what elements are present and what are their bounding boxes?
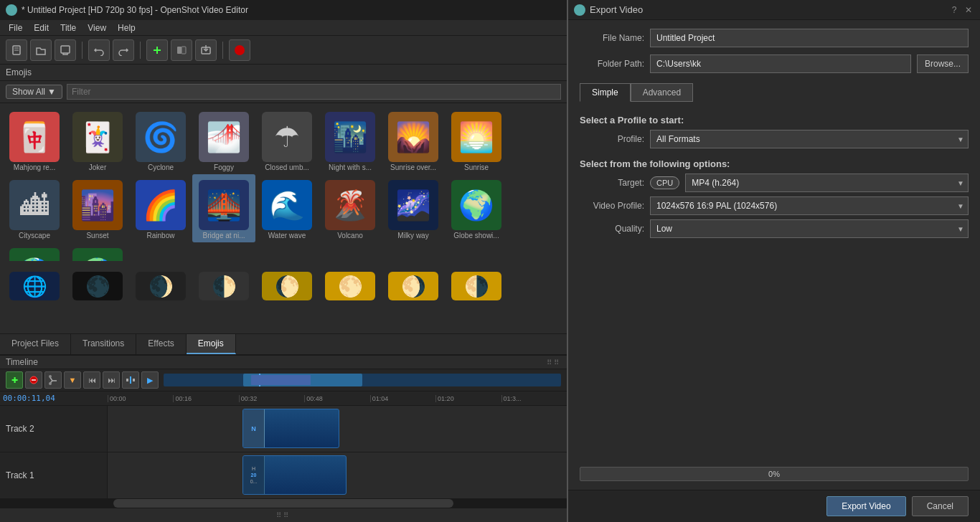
- partial-emoji-3[interactable]: 🌓: [192, 264, 255, 303]
- track-1-clip-0[interactable]: H 20 0...: [242, 455, 347, 495]
- menu-view[interactable]: View: [82, 22, 112, 34]
- bottom-resize-handle[interactable]: ⠿⠿: [0, 508, 567, 522]
- track-area: Track 2 N 🌉: [0, 406, 567, 499]
- cancel-button[interactable]: Cancel: [912, 496, 969, 516]
- ruler-mark-0: 00:00: [108, 395, 173, 402]
- emoji-sunrise[interactable]: 🌅 Sunrise: [445, 106, 508, 174]
- progress-area: 0%: [580, 452, 969, 481]
- folder-path-label: Folder Path:: [580, 59, 644, 69]
- new-button[interactable]: [6, 39, 27, 61]
- track-1-content[interactable]: H 20 0...: [108, 452, 567, 498]
- emoji-globe3[interactable]: 🌏 Globe sho...: [66, 242, 129, 261]
- file-name-input[interactable]: [650, 29, 969, 47]
- tab-transitions[interactable]: Transitions: [71, 334, 136, 354]
- import-button[interactable]: [195, 39, 217, 61]
- timeline-header: Timeline ⠿⠿: [0, 356, 567, 369]
- emoji-globe1[interactable]: 🌍 Globe showi...: [445, 174, 508, 242]
- tl-right-button[interactable]: ▶: [141, 371, 159, 389]
- timeline-nav-bar[interactable]: [164, 374, 561, 386]
- resize-handle[interactable]: ⠿⠿: [547, 359, 561, 366]
- filter-input[interactable]: [67, 84, 561, 100]
- dialog-title: Export Video: [574, 4, 643, 16]
- dialog-close-button[interactable]: ✕: [963, 4, 974, 16]
- emoji-bridge[interactable]: 🌉 Bridge at ni...: [192, 174, 255, 242]
- track-1-header: Track 1: [0, 452, 108, 498]
- tl-center-button[interactable]: [122, 371, 139, 389]
- emoji-milky-way[interactable]: 🌌 Milky way: [382, 174, 445, 242]
- dialog-help-button[interactable]: ?: [948, 4, 960, 16]
- quality-select[interactable]: Low Medium High: [650, 219, 969, 238]
- profile-select[interactable]: All Formats: [650, 130, 969, 148]
- undo-button[interactable]: [88, 39, 110, 61]
- tl-arrow-down-button[interactable]: ▼: [64, 371, 81, 389]
- emoji-mahjong[interactable]: 🀄 Mahjong re...: [3, 106, 66, 174]
- partial-emoji-0[interactable]: 🌐: [3, 264, 66, 303]
- redo-button[interactable]: [113, 39, 134, 61]
- transitions-button[interactable]: [171, 39, 192, 61]
- menu-edit[interactable]: Edit: [28, 22, 55, 34]
- tl-prev-button[interactable]: ⏮: [83, 371, 100, 389]
- browse-button[interactable]: Browse...: [917, 54, 969, 73]
- menu-help[interactable]: Help: [112, 22, 141, 34]
- tab-emojis[interactable]: Emojis: [187, 334, 236, 354]
- window-title: * Untitled Project [HD 720p 30 fps] - Op…: [22, 5, 248, 15]
- quality-row: Quality: Low Medium High ▼: [580, 219, 969, 238]
- folder-path-input[interactable]: [650, 54, 911, 73]
- partial-emoji-2[interactable]: 🌒: [129, 264, 192, 303]
- quality-label: Quality:: [580, 224, 644, 234]
- tab-project-files[interactable]: Project Files: [0, 334, 71, 354]
- export-video-button[interactable]: Export Video: [826, 496, 906, 516]
- tl-next-button[interactable]: ⏭: [103, 371, 120, 389]
- tl-remove-button[interactable]: [25, 371, 42, 389]
- emoji-umbrella[interactable]: ☂ Closed umb...: [255, 106, 319, 174]
- partial-emoji-5[interactable]: 🌕: [319, 264, 382, 303]
- emoji-label: Mahjong re...: [6, 163, 63, 171]
- menu-file[interactable]: File: [3, 22, 28, 34]
- partial-emoji-1[interactable]: 🌑: [66, 264, 129, 303]
- profile-row: Profile: All Formats ▼: [580, 130, 969, 148]
- ruler-times: 00:00 00:16 00:32 00:48 01:04 01:20 01:3…: [108, 395, 567, 402]
- open-button[interactable]: [30, 39, 52, 61]
- partial-emoji-4[interactable]: 🌔: [255, 264, 319, 303]
- tl-add-button[interactable]: ✚: [6, 371, 23, 389]
- tl-cut-button[interactable]: [44, 371, 62, 389]
- emoji-label: Cityscape: [6, 232, 63, 239]
- video-profile-row: Video Profile: 1024x576 16:9 PAL (1024x5…: [580, 196, 969, 215]
- dialog-footer: Export Video Cancel: [568, 490, 980, 522]
- video-profile-select[interactable]: 1024x576 16:9 PAL (1024x576): [650, 196, 969, 215]
- video-profile-label: Video Profile:: [580, 201, 644, 211]
- folder-path-row: Folder Path: Browse...: [580, 54, 969, 73]
- emoji-cyclone[interactable]: 🌀 Cyclone: [129, 106, 192, 174]
- emoji-joker[interactable]: 🃏 Joker: [66, 106, 129, 174]
- emoji-rainbow[interactable]: 🌈 Rainbow: [129, 174, 192, 242]
- save-thumbnail-button[interactable]: [55, 39, 76, 61]
- menu-title[interactable]: Title: [55, 22, 82, 34]
- timeline-section: Timeline ⠿⠿ ✚ ▼ ⏮ ⏭ ▶: [0, 355, 567, 522]
- track-1: Track 1 H 20 0...: [0, 452, 567, 499]
- dialog-tab-simple[interactable]: Simple: [580, 83, 631, 102]
- add-track-button[interactable]: [146, 39, 168, 61]
- partial-emoji-7[interactable]: 🌗: [445, 264, 508, 303]
- emoji-sunset[interactable]: 🌆 Sunset: [66, 174, 129, 242]
- track-2-clip-0[interactable]: N 🌉 1F30...: [242, 409, 339, 448]
- emoji-sunrise-over[interactable]: 🌄 Sunrise over...: [382, 106, 445, 174]
- target-control: CPU MP4 (h.264) ▼: [650, 174, 969, 192]
- app-icon: [6, 4, 17, 16]
- emoji-globe2[interactable]: 🌎 Globe showi...: [3, 242, 66, 261]
- emoji-cityscape[interactable]: 🏙 Cityscape: [3, 174, 66, 242]
- tab-effects[interactable]: Effects: [136, 334, 186, 354]
- record-button[interactable]: [229, 39, 250, 61]
- show-all-button[interactable]: Show All ▼: [6, 85, 62, 99]
- target-select[interactable]: MP4 (h.264): [685, 174, 969, 192]
- partial-emoji-6[interactable]: 🌖: [382, 264, 445, 303]
- emojis-toolbar: Show All ▼: [0, 81, 567, 103]
- options-section-title: Select from the following options:: [580, 158, 969, 169]
- track-2-content[interactable]: N 🌉 1F30...: [108, 406, 567, 452]
- dialog-tab-advanced[interactable]: Advanced: [631, 83, 693, 102]
- emoji-night[interactable]: 🌃 Night with s...: [319, 106, 382, 174]
- emoji-volcano[interactable]: 🌋 Volcano: [319, 174, 382, 242]
- timeline-scrollbar[interactable]: [0, 499, 567, 508]
- time-display: 00:00:11,04: [3, 394, 55, 403]
- emoji-wave[interactable]: 🌊 Water wave: [255, 174, 319, 242]
- emoji-foggy[interactable]: 🌁 Foggy: [192, 106, 255, 174]
